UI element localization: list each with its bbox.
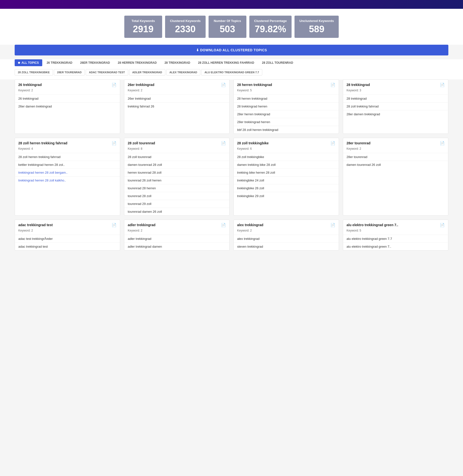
stat-label: Clustered Percentage	[254, 19, 287, 23]
card-download-icon[interactable]: 📄	[330, 223, 335, 227]
secondary-tab[interactable]: ADAC TREKKINGRAD TEST	[86, 69, 128, 75]
main-tab[interactable]: 28 HERREN TREKKINGRAD	[114, 59, 160, 66]
keyword-row: alex trekkingrad	[234, 235, 339, 243]
topic-card: adler trekkingrad📄Keyword: 2adler trekki…	[124, 220, 230, 251]
card-header: 26er trekkingrad📄	[124, 80, 229, 89]
keyword-row: 28 zoll herren trekking fahrrad	[15, 153, 120, 161]
topic-card: 28 herren trekkingrad📄Keyword: 528 herre…	[233, 79, 339, 134]
main-tab[interactable]: ALL TOPICS	[15, 59, 42, 66]
keyword-row: trekkingbike 29 zoll	[234, 192, 339, 200]
card-title: 28er tourenrad	[347, 141, 370, 145]
stat-label: Total Keywords	[129, 19, 157, 23]
stat-value: 589	[299, 24, 334, 34]
keyword-row: 28er tourenrad	[343, 153, 448, 161]
secondary-tabs: 28 ZOLL TREKKINGBIKE28ER TOURENRADADAC T…	[0, 68, 463, 79]
card-download-icon[interactable]: 📄	[330, 83, 335, 87]
keyword-row: 28 zoll trekking fahrrad	[343, 103, 448, 110]
topic-card: 28 trekkingrad📄Keyword: 328 trekkingrad2…	[343, 79, 448, 134]
keyword-row: 26er trekkingrad	[124, 95, 229, 103]
card-download-icon[interactable]: 📄	[112, 141, 116, 146]
keyword-list: adler trekkingradadler trekkingrad damen	[124, 235, 229, 250]
keyword-list: adac test trekkingrÃ¤deradac trekkingrad…	[15, 235, 120, 250]
keyword-row: tourenrad 28 herren	[124, 184, 229, 192]
keyword-row: adac trekkingrad test	[15, 243, 120, 250]
keyword-list: 28er tourenraddamen tourenrad 26 zoll	[343, 153, 448, 169]
stat-label: Number Of Topics	[213, 19, 242, 23]
card-header: 28 zoll herren trekking fahrrad📄	[15, 138, 120, 147]
keyword-row: damen tourenrad 28 zoll	[124, 161, 229, 169]
download-button[interactable]: ⬇ DOWNLOAD ALL CLUSTERED TOPICS	[15, 45, 448, 55]
keyword-row: 26er damen trekkingrad	[15, 103, 120, 110]
keyword-row: trekking bike herren 28 zoll	[234, 169, 339, 177]
keyword-row: adler trekkingrad	[124, 235, 229, 243]
keyword-list: 26 trekkingrad26er damen trekkingrad	[15, 95, 120, 110]
keyword-row: trekkingrad herren 28 zoll bergam..	[15, 169, 120, 177]
card-title: 28 herren trekkingrad	[237, 83, 272, 87]
keyword-list: 26er trekkingradtrekking fahrrad 26	[124, 95, 229, 110]
secondary-tab[interactable]: ALU ELEKTRO TREKKINGRAD GREEN 7.7	[201, 69, 262, 75]
card-download-icon[interactable]: 📄	[440, 223, 445, 227]
stat-card: Number Of Topics503	[209, 16, 246, 38]
card-download-icon[interactable]: 📄	[221, 223, 226, 227]
keyword-row: adac test trekkingrÃ¤der	[15, 235, 120, 243]
secondary-tab[interactable]: 28 ZOLL TREKKINGBIKE	[15, 69, 53, 75]
keyword-list: alex trekkingradsteven trekkingrad	[234, 235, 339, 250]
keyword-row: alu elektro trekkingrad green 7..	[343, 243, 448, 250]
card-download-icon[interactable]: 📄	[112, 83, 116, 87]
stats-row: Total Keywords2919Clustered Keywords2330…	[0, 9, 463, 45]
card-download-icon[interactable]: 📄	[112, 223, 116, 227]
keyword-count: Keyword: 2	[343, 147, 448, 153]
stat-label: Unclustered Keywords	[299, 19, 334, 23]
card-title: 28 zoll trekkingbike	[237, 141, 269, 145]
top-bar	[0, 0, 463, 9]
stat-value: 79.82%	[254, 24, 287, 34]
topic-card: 28er tourenrad📄Keyword: 228er tourenradd…	[343, 138, 448, 216]
secondary-tab[interactable]: 28ER TOURENRAD	[54, 69, 85, 75]
card-download-icon[interactable]: 📄	[330, 141, 335, 146]
card-header: 28er tourenrad📄	[343, 138, 448, 147]
secondary-tab[interactable]: ALEX TREKKINGRAD	[166, 69, 200, 75]
main-tab[interactable]: 28 ZOLL HERREN TREKKING FAHRRAD	[195, 59, 258, 66]
keyword-count: Keyword: 5	[343, 229, 448, 235]
keyword-row: 28 zoll trekkingbike	[234, 153, 339, 161]
main-tab[interactable]: 26 TREKKINGRAD	[43, 59, 76, 66]
keyword-row: bbf 28 zoll herren trekkingrad	[234, 126, 339, 134]
keyword-list: alu elektro trekkingrad green 7.7alu ele…	[343, 235, 448, 250]
card-header: 26 trekkingrad📄	[15, 80, 120, 89]
stat-value: 503	[213, 24, 242, 34]
card-title: 26er trekkingrad	[128, 83, 154, 87]
keyword-row: trekkingbike 26 zoll	[234, 184, 339, 192]
keyword-row: alu elektro trekkingrad green 7.7	[343, 235, 448, 243]
keyword-row: 28 zoll tourenrad	[124, 153, 229, 161]
keyword-count: Keyword: 2	[124, 89, 229, 95]
card-download-icon[interactable]: 📄	[440, 83, 445, 87]
keyword-row: 28er damen trekkingrad	[343, 110, 448, 118]
keyword-row: 28 trekkingrad	[343, 95, 448, 103]
keyword-count: Keyword: 2	[234, 229, 339, 235]
card-title: 26 trekkingrad	[18, 83, 42, 87]
keyword-row: 28 trekkingrad herren	[234, 103, 339, 110]
topic-card: 28 zoll herren trekking fahrrad📄Keyword:…	[15, 138, 120, 216]
card-title: 28 zoll herren trekking fahrrad	[18, 141, 67, 145]
secondary-tab[interactable]: ADLER TREKKINGRAD	[129, 69, 165, 75]
card-title: adler trekkingrad	[128, 223, 156, 227]
main-tab[interactable]: 28 TREKKINGRAD	[161, 59, 194, 66]
keyword-row: trekkingbike 24 zoll	[234, 177, 339, 184]
card-download-icon[interactable]: 📄	[221, 83, 226, 87]
topic-card: 28 zoll tourenrad📄Keyword: 828 zoll tour…	[124, 138, 230, 216]
card-download-icon[interactable]: 📄	[440, 141, 445, 146]
card-download-icon[interactable]: 📄	[221, 141, 226, 146]
keyword-row: 26 trekkingrad	[15, 95, 120, 103]
keyword-count: Keyword: 2	[15, 89, 120, 95]
stat-value: 2919	[129, 24, 157, 34]
main-tab[interactable]: 28 ZOLL TOURENRAD	[259, 59, 297, 66]
topic-card: 28 zoll trekkingbike📄Keyword: 628 zoll t…	[233, 138, 339, 216]
card-header: 28 trekkingrad📄	[343, 80, 448, 89]
keyword-row: damen trekking bike 28 zoll	[234, 161, 339, 169]
keyword-count: Keyword: 2	[124, 229, 229, 235]
main-tab[interactable]: 26ER TREKKINGRAD	[77, 59, 113, 66]
keyword-count: Keyword: 3	[343, 89, 448, 95]
stat-card: Clustered Percentage79.82%	[249, 16, 292, 38]
card-header: 28 herren trekkingrad📄	[234, 80, 339, 89]
keyword-row: steven trekkingrad	[234, 243, 339, 250]
